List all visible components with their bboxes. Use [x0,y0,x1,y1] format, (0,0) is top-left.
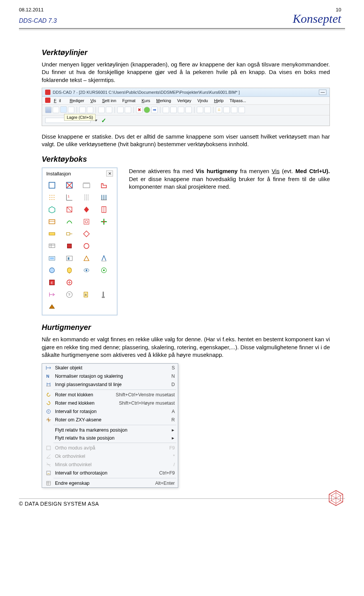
vb-icon[interactable] [82,180,91,190]
vb-icon[interactable]: E [47,278,57,287]
toolbar-icon[interactable] [87,107,93,113]
header-date: 08.12.2011 [19,7,44,13]
svg-point-54 [103,270,104,271]
vb-icon[interactable] [47,217,57,227]
vb-icon[interactable] [99,180,109,190]
toolbar-icon[interactable]: ✖ [136,107,143,113]
context-menu-item[interactable]: Roter mot klokkenShift+Ctrl+Venstre muse… [42,391,178,399]
vb-icon[interactable] [64,205,74,214]
vb-icon[interactable] [99,290,109,300]
menu-settinn[interactable]: Sett inn [99,98,119,104]
vb-icon[interactable] [82,229,91,239]
context-menu-item[interactable]: Roter om ZXY-akseneR [42,416,178,424]
menu-rediger[interactable]: Rediger [67,98,87,104]
toolbar-icon[interactable] [204,107,211,113]
toolbar-icon[interactable] [125,107,131,113]
context-menu-item[interactable]: NNormaliser rotasjon og skaleringN [42,372,178,380]
menu-hjelp[interactable]: Hjelp [211,98,226,104]
vb-icon[interactable] [47,192,57,202]
vb-icon[interactable] [64,302,74,312]
vb-icon[interactable] [99,253,109,263]
context-menu-item[interactable]: Intervall for orthorotasjonCtrl+F9 [42,469,178,477]
vb-icon[interactable] [82,265,91,275]
vb-icon[interactable] [64,253,74,263]
context-menu-item[interactable]: Flytt relativ fra markørens posisjon▸ [42,426,178,434]
vb-icon[interactable] [82,253,91,263]
vb-icon[interactable] [82,205,91,214]
context-menu-item[interactable]: Roter med klokkenShift+Ctrl+Høyre museta… [42,399,178,407]
toolbar-save-icon[interactable] [60,106,67,113]
context-menu-item-label: Inngi plasseringsavstand til linje [53,382,167,387]
toolbar-icon[interactable] [79,107,86,113]
context-menu-item[interactable]: Inngi plasseringsavstand til linjeD [42,380,178,389]
toolbar-icon[interactable] [223,107,230,113]
vb-icon[interactable] [64,229,74,239]
toolbar-icon[interactable] [170,107,177,113]
vb-icon[interactable] [82,217,91,227]
vb-icon[interactable] [99,302,109,312]
toolbar-icon[interactable] [185,107,192,113]
context-menu-item[interactable]: Endre egenskapAlt+Enter [42,479,178,487]
toolbar-icon[interactable]: ⌂ [216,107,222,113]
vb-icon[interactable] [64,180,74,190]
vb-icon[interactable] [47,290,57,300]
toolbar-icon[interactable] [144,107,150,113]
vb-icon[interactable] [99,192,109,202]
vb-icon[interactable] [82,192,91,202]
toolbar-icon[interactable] [68,107,74,113]
vb-icon[interactable] [47,180,57,190]
context-menu-item[interactable]: Flytt relativ fra siste posisjon▸ [42,434,178,442]
vb-icon[interactable] [82,278,91,287]
vb-icon[interactable] [47,302,57,312]
context-menu-item[interactable]: Skaler objektS [42,364,178,372]
vb-icon[interactable] [64,278,74,287]
vb-icon[interactable] [99,205,109,214]
toolbar-icon[interactable] [53,107,59,113]
toolbar-icon[interactable] [98,107,105,113]
menu-vis[interactable]: Vis [88,98,99,104]
vb-icon[interactable] [47,229,57,239]
menu-fil[interactable]: Fil [51,98,66,104]
vb-icon[interactable] [99,278,109,287]
vb-icon[interactable]: 1 [64,192,74,202]
vb-icon[interactable]: ? [64,290,74,300]
menu-tilpass[interactable]: Tilpass... [227,98,249,104]
menu-format[interactable]: Format [120,98,138,104]
toolbar-icon[interactable] [178,107,184,113]
app-icon [45,90,50,95]
toolbar-icon[interactable] [163,107,169,113]
vb-icon[interactable] [64,241,74,251]
ok-check-icon[interactable]: ✓ [101,117,106,124]
vb-icon[interactable] [47,265,57,275]
vb-icon[interactable]: a [82,290,91,300]
menu-verktoy[interactable]: Verktøy [174,98,194,104]
toolbar-icon[interactable] [117,107,124,113]
toolbar-icon[interactable] [197,107,203,113]
toolbar-icon[interactable]: ➡ [151,107,158,113]
minimize-button[interactable]: — [319,90,326,95]
vb-icon[interactable] [99,241,109,251]
vb-icon[interactable] [47,241,57,251]
vb-icon[interactable] [82,302,91,312]
toolbar-icon[interactable] [231,107,237,113]
context-menu-item-icon [44,445,53,451]
verktoyboks-close-button[interactable]: ⨯ [106,170,113,177]
vb-icon[interactable] [99,229,109,239]
context-menu-item[interactable]: ?Intervall for rotasjonA [42,407,178,416]
menu-kurs[interactable]: Kurs [139,98,153,104]
toolbar-icon[interactable] [106,107,112,113]
toolbar-icon[interactable] [45,107,52,113]
vb-icon[interactable] [47,205,57,214]
vb-icon[interactable] [47,253,57,263]
vb-icon[interactable] [99,265,109,275]
vb-icon[interactable] [82,241,91,251]
vb-icon[interactable] [64,217,74,227]
vb-icon[interactable] [64,265,74,275]
toolbar-icon[interactable] [238,107,245,113]
context-menu-item-shortcut: S [167,365,175,371]
menu-merking[interactable]: Merking [154,98,174,104]
vb-icon[interactable] [99,217,109,227]
menu-vindu[interactable]: Vindu [195,98,211,104]
verktoyboks-paragraph: Denne aktiveres fra med Vis hurtigmeny f… [129,167,330,191]
context-menu-separator [53,425,176,425]
